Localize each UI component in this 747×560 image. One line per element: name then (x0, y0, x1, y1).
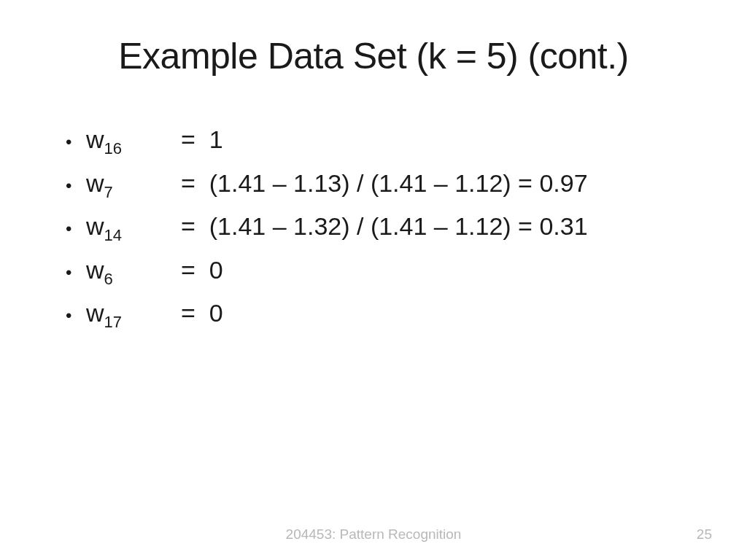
list-item: • w14 = (1.41 – 1.32) / (1.41 – 1.12) = … (66, 205, 703, 249)
slide: Example Data Set (k = 5) (cont.) • w16 =… (0, 0, 747, 560)
variable: w14 (86, 205, 181, 249)
equation: = 0 (181, 292, 223, 335)
equation: = (1.41 – 1.13) / (1.41 – 1.12) = 0.97 (181, 162, 588, 206)
page-number: 25 (697, 526, 712, 542)
footer-text: 204453: Pattern Recognition (0, 526, 747, 542)
list-item: • w17 = 0 (66, 292, 703, 335)
bullet-icon: • (66, 171, 86, 201)
variable: w17 (86, 292, 181, 335)
bullet-icon: • (66, 300, 86, 331)
equation: = 1 (181, 118, 223, 162)
variable: w7 (86, 162, 181, 206)
variable: w16 (86, 118, 181, 162)
slide-title: Example Data Set (k = 5) (cont.) (44, 35, 703, 77)
variable: w6 (86, 249, 181, 292)
list-item: • w16 = 1 (66, 118, 703, 162)
equation: = 0 (181, 249, 223, 292)
list-item: • w7 = (1.41 – 1.13) / (1.41 – 1.12) = 0… (66, 162, 703, 206)
bullet-icon: • (66, 127, 86, 158)
bullet-icon: • (66, 257, 86, 288)
bullet-icon: • (66, 214, 86, 244)
list-item: • w6 = 0 (66, 249, 703, 292)
equation: = (1.41 – 1.32) / (1.41 – 1.12) = 0.31 (181, 205, 588, 249)
bullet-list: • w16 = 1 • w7 = (1.41 – 1.13) / (1.41 –… (44, 118, 703, 335)
